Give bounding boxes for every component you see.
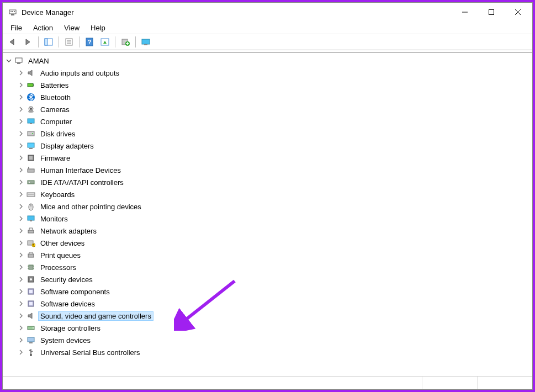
svg-rect-68 [29, 342, 33, 343]
tree-node[interactable]: Cameras [17, 103, 532, 115]
toolbar-separator [115, 36, 115, 47]
svg-rect-31 [30, 123, 32, 124]
help-button[interactable]: ? [83, 35, 96, 49]
disk-icon [26, 129, 36, 139]
tree-node[interactable]: Storage controllers [17, 322, 532, 334]
svg-rect-35 [29, 148, 33, 149]
device-manager-icon [8, 8, 17, 17]
camera-icon [26, 104, 36, 114]
expander-closed-icon[interactable] [17, 251, 25, 259]
speaker-icon [26, 68, 36, 78]
tree-node-label: Monitors [38, 214, 70, 224]
menu-file[interactable]: File [5, 23, 28, 33]
tree-node[interactable]: Mice and other pointing devices [17, 200, 532, 213]
window-title: Device Manager [22, 8, 452, 17]
expander-closed-icon[interactable] [17, 263, 25, 271]
tree-node[interactable]: Monitors [17, 213, 532, 225]
tree-node[interactable]: Sound, video and game controllers [17, 310, 532, 322]
update-driver-button[interactable] [98, 35, 112, 49]
tree-node-label: Sound, video and game controllers [38, 311, 153, 321]
expander-closed-icon[interactable] [17, 166, 25, 174]
tree-node[interactable]: Computer [17, 115, 532, 128]
svg-rect-40 [28, 181, 34, 184]
tree-node[interactable]: Display adapters [17, 140, 532, 152]
tree-node[interactable]: Disk drives [17, 128, 532, 140]
tree-node[interactable]: IDE ATA/ATAPI controllers [17, 176, 532, 188]
close-button[interactable] [505, 3, 531, 22]
expander-closed-icon[interactable] [17, 227, 25, 235]
device-tree[interactable]: AMAN Audio inputs and outputsBatteriesBl… [3, 52, 532, 376]
expander-closed-icon[interactable] [17, 324, 25, 332]
properties-button[interactable] [62, 35, 76, 49]
tree-node[interactable]: Security devices [17, 273, 532, 285]
expander-closed-icon[interactable] [17, 190, 25, 198]
monitor-icon [26, 116, 36, 126]
expander-closed-icon[interactable] [17, 178, 25, 186]
expander-closed-icon[interactable] [17, 69, 25, 77]
tree-node[interactable]: System devices [17, 334, 532, 346]
uninstall-device-button[interactable] [119, 35, 132, 49]
toolbar-separator [135, 36, 136, 47]
tree-node[interactable]: Keyboards [17, 188, 532, 200]
mouse-icon [26, 202, 36, 211]
expander-closed-icon[interactable] [17, 276, 25, 283]
tree-node-label: Software components [38, 287, 112, 296]
expander-closed-icon[interactable] [17, 93, 25, 101]
tree-node-label: Keyboards [38, 190, 77, 199]
expander-closed-icon[interactable] [17, 312, 25, 320]
window-controls [452, 3, 531, 22]
expander-closed-icon[interactable] [17, 288, 25, 295]
tree-node[interactable]: Human Interface Devices [17, 164, 532, 176]
tree-node[interactable]: Software devices [17, 298, 532, 310]
tree-node-label: Bluetooth [38, 93, 73, 102]
tree-node-label: Cameras [38, 105, 72, 114]
computer-icon [14, 56, 24, 66]
expander-closed-icon[interactable] [17, 142, 25, 150]
svg-rect-64 [29, 302, 33, 305]
svg-rect-67 [28, 337, 34, 342]
printer-icon [26, 250, 36, 260]
tree-node[interactable]: Audio inputs and outputs [17, 67, 532, 79]
tree-node-label: Software devices [38, 299, 97, 309]
tree-node[interactable]: Batteries [17, 79, 532, 91]
tree-node[interactable]: ?Other devices [17, 237, 532, 249]
tree-node[interactable]: Network adapters [17, 225, 532, 237]
expander-closed-icon[interactable] [17, 154, 25, 162]
minimize-button[interactable] [452, 3, 478, 22]
svg-rect-25 [33, 84, 34, 86]
expander-closed-icon[interactable] [17, 239, 25, 247]
tree-node[interactable]: Firmware [17, 152, 532, 164]
expander-closed-icon[interactable] [17, 118, 25, 125]
tree-node[interactable]: Bluetooth [17, 91, 532, 103]
show-hide-console-tree-button[interactable] [42, 35, 55, 49]
expander-closed-icon[interactable] [17, 215, 25, 223]
back-button[interactable] [6, 35, 19, 49]
tree-node[interactable]: Software components [17, 285, 532, 298]
status-cell [422, 377, 477, 389]
expander-closed-icon[interactable] [17, 336, 25, 344]
expander-closed-icon[interactable] [17, 105, 25, 113]
tree-root-node[interactable]: AMAN [5, 55, 532, 67]
svg-point-66 [33, 327, 34, 329]
toolbar-separator [59, 36, 59, 47]
expander-closed-icon[interactable] [17, 348, 25, 356]
tree-node-label: Computer [38, 117, 74, 126]
menu-view[interactable]: View [59, 23, 85, 33]
menu-action[interactable]: Action [28, 23, 59, 33]
forward-button[interactable] [22, 35, 35, 49]
expander-closed-icon[interactable] [17, 130, 25, 137]
tree-node-label: Firmware [38, 153, 72, 163]
maximize-button[interactable] [478, 3, 505, 22]
tree-node[interactable]: Print queues [17, 249, 532, 261]
menubar: File Action View Help [3, 22, 532, 34]
menu-help[interactable]: Help [85, 23, 111, 33]
expander-closed-icon[interactable] [17, 203, 25, 210]
tree-node-label: Network adapters [38, 226, 99, 236]
expander-open-icon[interactable] [5, 57, 13, 65]
expander-closed-icon[interactable] [17, 300, 25, 308]
expander-closed-icon[interactable] [17, 81, 25, 89]
tree-node[interactable]: Processors [17, 261, 532, 273]
tree-node[interactable]: Universal Serial Bus controllers [17, 346, 532, 358]
system-icon [26, 335, 36, 345]
scan-hardware-button[interactable] [139, 35, 152, 49]
